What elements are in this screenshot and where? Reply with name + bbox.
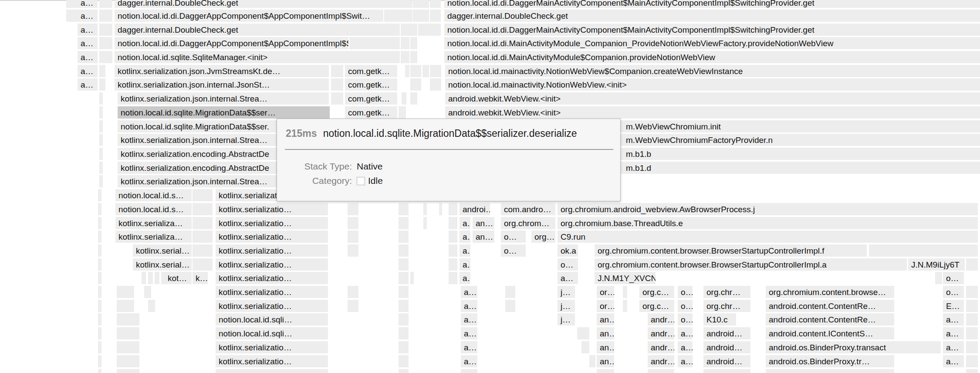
flame-cell[interactable]: a… [943, 355, 964, 367]
flame-cell[interactable] [439, 203, 442, 215]
flame-cell[interactable] [117, 327, 139, 339]
flame-cell[interactable] [648, 369, 674, 373]
flame-cell[interactable]: android.webkit.WebView.<init> [445, 106, 980, 119]
flame-cell[interactable] [410, 78, 421, 91]
flame-cell[interactable]: andr… [648, 313, 674, 326]
flame-cell[interactable]: notion.local.id.sqli… [216, 327, 328, 339]
flame-cell[interactable]: org.chromium.base.ThreadUtils.e [558, 217, 978, 229]
flame-cell[interactable]: a… [678, 341, 693, 353]
flame-cell[interactable] [410, 37, 417, 49]
flame-cell[interactable]: com.getk… [345, 78, 397, 91]
flame-cell[interactable]: a… [460, 272, 470, 284]
flame-cell[interactable] [66, 10, 78, 22]
flame-cell[interactable] [98, 258, 101, 271]
flame-cell[interactable] [98, 272, 101, 284]
flame-cell[interactable]: kotlinx.serializatio… [216, 258, 328, 271]
flame-cell[interactable] [399, 203, 409, 215]
flame-cell[interactable] [349, 37, 400, 49]
flame-cell[interactable]: C9.run [558, 231, 978, 243]
flame-cell[interactable] [399, 313, 409, 326]
flame-cell[interactable] [99, 65, 105, 77]
flame-cell[interactable] [348, 231, 358, 243]
flame-cell[interactable] [966, 258, 978, 271]
flame-cell[interactable]: org.chr… [703, 300, 750, 312]
flame-cell[interactable] [449, 203, 457, 215]
flame-cell[interactable]: a… [78, 0, 98, 8]
flame-cell[interactable] [98, 369, 101, 373]
flame-cell[interactable]: notion.local.id.di.DaggerAppComponent$Ap… [115, 10, 383, 22]
flame-cell[interactable]: a… [461, 355, 477, 367]
flame-cell[interactable] [410, 51, 417, 63]
flame-cell[interactable] [966, 300, 978, 312]
flame-cell[interactable]: kotlinx.serializa… [115, 231, 192, 243]
flame-cell[interactable] [98, 286, 101, 298]
flame-cell[interactable] [193, 217, 213, 229]
flame-cell[interactable]: org.chromium.content.browse… [766, 286, 894, 298]
flame-cell[interactable] [161, 272, 165, 284]
flame-cell[interactable]: kotlinx.serializatio… [216, 355, 328, 367]
flame-cell[interactable]: kotlinx.serializatio… [216, 203, 328, 215]
flame-cell[interactable] [402, 92, 406, 105]
flame-cell[interactable] [117, 355, 139, 367]
flame-cell[interactable] [410, 92, 417, 105]
flame-cell[interactable]: kotlinx.serializatio… [216, 286, 328, 298]
flame-cell[interactable] [98, 244, 101, 257]
flame-cell[interactable] [117, 369, 139, 373]
flame-cell[interactable] [399, 217, 409, 229]
flame-cell[interactable]: android.content.ContentRe… [766, 300, 894, 312]
flame-cell[interactable] [966, 327, 978, 339]
flame-cell[interactable]: notion.local.id.di.DaggerAppComponent$Ap… [115, 37, 348, 49]
flame-cell[interactable] [966, 313, 978, 326]
flame-cell[interactable] [966, 286, 978, 298]
flame-cell[interactable] [505, 300, 515, 312]
flame-cell[interactable]: o… [943, 272, 964, 284]
flame-cell[interactable]: kotlinx.serialization.json.internal.Stre… [118, 134, 301, 146]
flame-cell[interactable] [216, 369, 328, 373]
flame-cell[interactable]: kotlinx.serialization.encoding.AbstractD… [118, 162, 301, 174]
flame-cell[interactable]: a… [461, 327, 477, 339]
flame-cell[interactable]: a… [78, 78, 98, 91]
flame-cell[interactable]: notion.local.id.s… [115, 203, 192, 215]
flame-cell[interactable]: a… [461, 300, 477, 312]
flame-cell[interactable] [348, 217, 358, 229]
flame-cell[interactable]: notion.local.id.mainactivity.NotionWebVi… [445, 65, 980, 77]
flame-cell[interactable]: J.N.M9iLjy6T [908, 258, 965, 271]
flame-cell[interactable]: o… [501, 231, 526, 243]
flame-cell[interactable] [589, 355, 595, 367]
flame-cell[interactable] [449, 258, 457, 271]
flame-cell[interactable] [966, 355, 978, 367]
flame-cell[interactable] [413, 0, 429, 8]
flame-cell[interactable]: an… [473, 231, 494, 243]
flame-cell[interactable] [98, 189, 101, 201]
flame-cell[interactable] [401, 51, 409, 63]
flame-cell[interactable]: org.chromium.content.browser.BrowserStar… [595, 244, 867, 257]
flame-cell[interactable]: a… [460, 231, 470, 243]
flame-cell[interactable]: kotlinx.serial… [133, 258, 192, 271]
flame-cell[interactable] [98, 203, 101, 215]
flame-cell[interactable] [98, 313, 101, 326]
flame-cell[interactable]: k… [193, 272, 208, 284]
flame-cell[interactable]: org… [531, 231, 555, 243]
flame-cell[interactable] [766, 369, 894, 373]
flame-cell[interactable] [966, 369, 978, 373]
flame-cell[interactable] [869, 244, 978, 257]
flame-cell[interactable]: o… [678, 300, 693, 312]
flame-cell[interactable]: an… [597, 355, 614, 367]
flame-cell[interactable]: kotlinx.serialization.json.JvmStreamsKt.… [115, 65, 329, 77]
flame-cell[interactable] [449, 217, 457, 229]
flame-cell[interactable] [148, 300, 155, 312]
flame-cell[interactable]: dagger.internal.DoubleCheck.get [444, 10, 980, 22]
flame-cell[interactable] [99, 162, 103, 174]
flame-cell[interactable]: kotlinx.serializatio… [216, 217, 328, 229]
flame-cell[interactable] [399, 244, 409, 257]
flame-cell[interactable] [148, 272, 153, 284]
flame-cell[interactable]: kotlinx.serialization.json.internal.Stre… [118, 92, 329, 105]
flame-cell[interactable] [98, 341, 101, 353]
flame-cell[interactable]: notion.local.id.sqlite.MigrationData$$se… [118, 120, 301, 132]
flame-cell[interactable]: com.getk… [345, 65, 397, 77]
flame-cell[interactable]: a… [460, 258, 470, 271]
flame-cell[interactable]: kotlinx.serialization.encoding.AbstractD… [118, 148, 301, 160]
flame-cell[interactable] [99, 134, 103, 146]
flame-cell[interactable] [461, 369, 477, 373]
flame-cell[interactable]: a… [78, 10, 98, 22]
